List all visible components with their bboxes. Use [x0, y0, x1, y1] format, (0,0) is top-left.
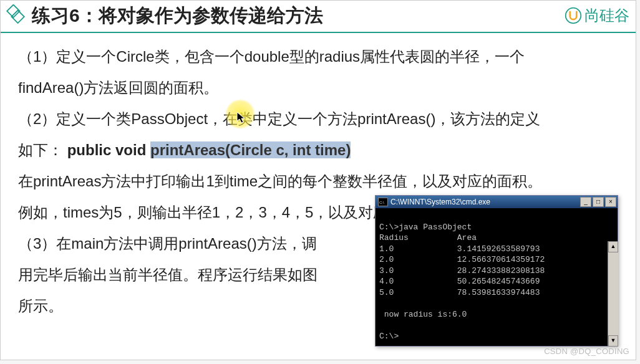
scroll-up-button[interactable]: ▲	[608, 241, 618, 252]
cmd-line-1: Radius Area	[379, 233, 477, 242]
para-3: （3）在main方法中调用printAreas()方法，调 用完毕后输出当前半径…	[18, 229, 369, 322]
para-3-line-3: 所示。	[18, 291, 369, 321]
svg-point-2	[566, 8, 581, 24]
window-buttons: _ □ ×	[580, 197, 616, 207]
bottom-row: （3）在main方法中调用printAreas()方法，调 用完毕后输出当前半径…	[18, 229, 618, 347]
cmd-line-5: 4.0 50.26548245743669	[379, 277, 540, 286]
para-1-line-1: （1）定义一个Circle类，包含一个double型的radius属性代表圆的半…	[18, 42, 618, 72]
slide-content: （1）定义一个Circle类，包含一个double型的radius属性代表圆的半…	[1, 33, 636, 353]
cmd-title-text: C:\WINNT\System32\cmd.exe	[390, 194, 490, 209]
slide-title: 练习6：将对象作为参数传递给方法	[32, 3, 323, 29]
cmd-line-10: C:\>	[379, 332, 399, 341]
cmd-window[interactable]: C:\WINNT\System32\cmd.exe _ □ × C:\>java…	[375, 195, 618, 347]
cmd-line-0: C:\>java PassObject	[379, 223, 472, 232]
cmd-window-wrapper: C:\WINNT\System32\cmd.exe _ □ × C:\>java…	[375, 229, 618, 347]
logo-u-icon	[565, 7, 582, 24]
cmd-line-3: 2.0 12.566370614359172	[379, 255, 545, 264]
sig-selected[interactable]: printAreas(Circle c, int time)	[150, 141, 351, 158]
para-1-line-2: findArea()方法返回圆的面积。	[18, 73, 618, 103]
cmd-titlebar[interactable]: C:\WINNT\System32\cmd.exe _ □ ×	[376, 196, 618, 208]
cmd-line-6: 5.0 78.53981633974483	[379, 288, 540, 297]
watermark: CSDN @DQ_CODING	[544, 347, 629, 356]
brand-logo: 尚硅谷	[565, 6, 629, 26]
para-3-line-1: （3）在main方法中调用printAreas()方法，调	[18, 229, 369, 259]
header-left: 练习6：将对象作为参数传递给方法	[4, 3, 323, 29]
slide: 练习6：将对象作为参数传递给方法 尚硅谷 （1）定义一个Circle类，包含一个…	[0, 0, 636, 360]
sig-plain: public void	[67, 141, 150, 158]
brand-text: 尚硅谷	[584, 6, 629, 26]
para-2-line-2: 如下： public void printAreas(Circle c, int…	[18, 135, 618, 165]
close-button[interactable]: ×	[605, 197, 616, 207]
method-signature: public void printAreas(Circle c, int tim…	[67, 141, 351, 158]
cmd-title-left: C:\WINNT\System32\cmd.exe	[378, 194, 490, 209]
para-2-line-3: 在printAreas方法中打印输出1到time之间的每个整数半径值，以及对应的…	[18, 166, 618, 196]
diamond-icon	[4, 4, 27, 27]
cmd-line-2: 1.0 3.141592653589793	[379, 244, 540, 254]
minimize-button[interactable]: _	[580, 197, 591, 207]
cmd-scrollbar[interactable]: ▲ ▼	[608, 241, 618, 347]
para-3-line-2: 用完毕后输出当前半径值。程序运行结果如图	[18, 260, 369, 290]
maximize-button[interactable]: □	[593, 197, 604, 207]
cmd-line-8: now radius is:6.0	[379, 310, 467, 319]
cmd-app-icon	[378, 198, 388, 206]
slide-header: 练习6：将对象作为参数传递给方法 尚硅谷	[1, 1, 636, 33]
cmd-body[interactable]: C:\>java PassObject Radius Area 1.0 3.14…	[376, 208, 618, 346]
cmd-line-4: 3.0 28.274333882308138	[379, 266, 545, 275]
para-2-prefix: 如下：	[18, 141, 63, 158]
scroll-down-button[interactable]: ▼	[608, 335, 618, 347]
para-2-line-1: （2）定义一个类PassObject，在类中定义一个方法printAreas()…	[18, 104, 618, 134]
